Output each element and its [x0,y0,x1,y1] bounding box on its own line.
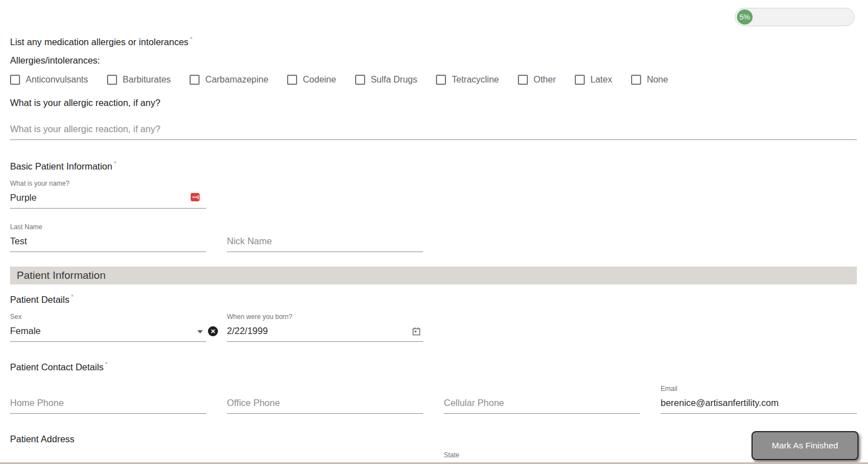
nick-name-input[interactable] [227,235,423,252]
allergy-option-carbamazepine[interactable]: Carbamazepine [190,75,268,85]
patient-address-heading: Patient Address [10,434,857,444]
checkbox-icon[interactable] [631,75,641,85]
patient-details-heading: Patient Details* [10,294,857,305]
first-name-value-line[interactable]: Purple [10,191,206,209]
patient-intake-form-page: 5% List any medication allergies or into… [0,0,868,464]
state-label: State [444,451,640,459]
allergy-option-tetracycline[interactable]: Tetracycline [436,75,498,85]
cellular-phone-input[interactable] [444,397,640,414]
checkbox-icon[interactable] [107,75,117,85]
email-field: Email berenice@artisanfertility.com [661,385,857,414]
required-asterisk: * [105,361,108,368]
allergy-group-label: Allergies/intolerances: [10,55,857,66]
allergy-option-label: Anticonvulsants [26,75,88,85]
allergic-reaction-input[interactable] [10,123,857,140]
allergy-option-sulfa-drugs[interactable]: Sulfa Drugs [355,75,418,85]
allergy-option-label: Latex [590,75,612,85]
allergy-question-text: List any medication allergies or intoler… [10,37,188,47]
dob-field: When were you born? 2/22/1999 [227,313,423,342]
name-row: Last Name Test [10,223,857,252]
contact-fields-row: Email berenice@artisanfertility.com [10,385,857,414]
sex-value: Female [10,326,41,336]
last-name-value-line[interactable]: Test [10,235,206,252]
allergy-option-label: Barbiturates [123,75,171,85]
progress-percent-badge: 5% [737,9,753,25]
home-phone-field [10,397,206,414]
allergy-option-label: None [647,75,668,85]
dob-value-line[interactable]: 2/22/1999 [227,325,423,342]
office-phone-input[interactable] [227,397,423,414]
progress-percent-label: 5% [740,13,750,21]
basic-info-heading: Basic Patient Information* [10,161,857,172]
last-name-field: Last Name Test [10,223,206,252]
office-phone-field [227,397,423,414]
calendar-icon[interactable] [412,327,421,339]
allergy-option-none[interactable]: None [631,75,668,85]
checkbox-icon[interactable] [355,75,365,85]
sex-field: Sex Female ✕ [10,313,206,342]
allergy-option-label: Carbamazepine [205,75,268,85]
field-edit-flag-icon [191,193,200,201]
clear-selection-icon[interactable]: ✕ [208,326,218,336]
cellular-phone-field [444,397,640,414]
email-value: berenice@artisanfertility.com [661,398,779,408]
home-phone-input[interactable] [10,397,206,414]
allergy-option-label: Other [534,75,556,85]
sex-label: Sex [10,313,206,321]
checkbox-icon[interactable] [190,75,200,85]
patient-contact-details-heading: Patient Contact Details* [10,362,857,373]
allergy-question-heading: List any medication allergies or intoler… [10,37,857,47]
allergic-reaction-field [10,123,857,140]
basic-info-heading-text: Basic Patient Information [10,161,112,171]
last-name-value: Test [10,236,27,246]
chevron-down-icon[interactable] [197,330,203,334]
allergy-option-latex[interactable]: Latex [575,75,612,85]
patient-information-banner: Patient Information [10,267,857,284]
required-asterisk: * [114,160,116,167]
checkbox-icon[interactable] [575,75,585,85]
allergy-option-other[interactable]: Other [518,75,556,85]
allergy-option-barbiturates[interactable]: Barbiturates [107,75,171,85]
nick-name-field [227,235,423,252]
allergy-option-anticonvulsants[interactable]: Anticonvulsants [10,75,88,85]
patient-information-banner-title: Patient Information [17,269,105,282]
sex-select[interactable]: Female ✕ [10,325,206,342]
dob-value: 2/22/1999 [227,326,268,336]
checkbox-icon[interactable] [518,75,528,85]
dob-label: When were you born? [227,313,423,321]
form-progress-bar: 5% [735,8,855,26]
ellipsis-cursor-icon [192,194,199,200]
first-name-field: What is your name? Purple [10,180,206,209]
allergy-options-row: Anticonvulsants Barbiturates Carbamazepi… [10,75,857,85]
allergy-option-label: Codeine [303,75,336,85]
allergy-option-label: Tetracycline [452,75,498,85]
required-asterisk: * [71,293,73,300]
first-name-value: Purple [10,192,37,203]
first-name-label: What is your name? [10,180,206,187]
checkbox-icon[interactable] [10,75,20,85]
patient-details-heading-text: Patient Details [10,294,69,304]
checkbox-icon[interactable] [436,75,446,85]
last-name-label: Last Name [10,223,206,231]
email-value-line[interactable]: berenice@artisanfertility.com [661,397,857,414]
allergy-option-codeine[interactable]: Codeine [287,75,336,85]
mark-as-finished-button[interactable]: Mark As Finished [751,431,859,460]
checkbox-icon[interactable] [287,75,297,85]
required-asterisk: * [190,36,192,42]
patient-contact-details-heading-text: Patient Contact Details [10,362,104,372]
allergy-option-label: Sulfa Drugs [371,75,418,85]
sex-dob-row: Sex Female ✕ When were you born? 2/22/19… [10,313,857,342]
allergic-reaction-label: What is your allergic reaction, if any? [10,98,857,108]
email-label: Email [661,385,857,393]
